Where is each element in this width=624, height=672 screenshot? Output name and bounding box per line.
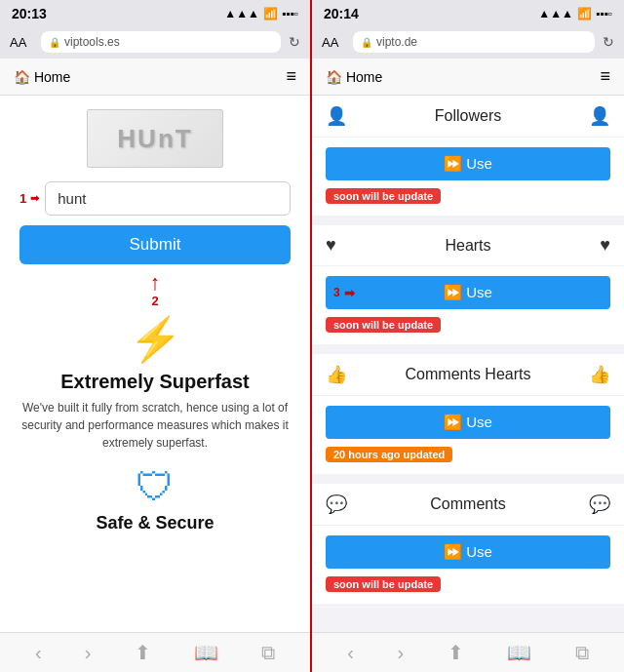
comments-hearts-icon-left: 👍 [326,364,347,385]
refresh-icon[interactable]: ↻ [289,34,300,50]
right-url-text: vipto.de [376,35,417,49]
up-arrow-icon: ↑ [150,272,161,294]
right-wifi-icon: 📶 [577,7,592,20]
right-signal-icon: ▲▲▲ [538,7,573,20]
left-content: HUnT 1 ➡ Submit ↑ 2 ⚡ Extremely Superfas… [0,96,310,632]
lightning-icon: ⚡ [129,314,182,365]
hunt-logo: HUnT [87,109,223,168]
comments-hearts-card: 👍 Comments Hearts 👍 ⏩ Use 20 hours ago u… [312,354,624,474]
comments-hearts-use-label: ⏩ Use [444,414,492,431]
up-arrow-row: ↑ 2 [150,272,161,308]
right-tabs-button[interactable]: ⧉ [575,642,589,664]
wifi-icon: 📶 [263,7,278,20]
right-share-button[interactable]: ⬆ [448,641,464,664]
comments-hearts-icon-right: 👍 [589,364,610,385]
superfast-desc: We've built it fully from scratch, hence… [20,399,291,452]
right-status-bar: 20:14 ▲▲▲ 📶 ▪▪▪▫ [312,0,624,27]
hearts-icon-left: ♥ [326,235,336,256]
followers-use-label: ⏩ Use [444,155,492,173]
secure-title: Safe & Secure [96,513,214,534]
right-hamburger[interactable]: ≡ [600,66,610,87]
right-content: 👤 Followers 👤 ⏩ Use soon will be update … [312,96,624,632]
followers-card: 👤 Followers 👤 ⏩ Use soon will be update [312,96,624,216]
right-back-button[interactable]: ‹ [347,642,354,664]
hearts-body: 3 ➡ ⏩ Use soon will be update [312,266,624,344]
left-time: 20:13 [12,6,47,21]
right-browser-bottom: ‹ › ⬆ 📖 ⧉ [312,632,624,672]
right-nav-bar: 🏠 Home ≡ [312,59,624,96]
arrow-indicator-1: 1 ➡ [20,191,39,206]
comments-icon-left: 💬 [326,494,347,515]
right-forward-button[interactable]: › [397,642,404,664]
right-refresh-icon[interactable]: ↻ [603,34,614,50]
comments-card: 💬 Comments 💬 ⏩ Use soon will be update [312,484,624,604]
left-aa-label[interactable]: AA [10,35,33,50]
shield-icon: 🛡 [136,465,175,509]
followers-title: Followers [435,107,501,125]
input-row: 1 ➡ [20,181,291,216]
followers-status-badge: soon will be update [326,188,441,204]
indicator-2-num: 2 [151,294,158,308]
right-home-link[interactable]: 🏠 Home [326,69,382,85]
bookmark-button[interactable]: 📖 [194,641,218,664]
comments-hearts-body: ⏩ Use 20 hours ago updated [312,396,624,474]
hearts-title: Hearts [445,237,490,255]
followers-use-button[interactable]: ⏩ Use [326,147,610,180]
comments-use-label: ⏩ Use [444,543,492,561]
hearts-icon-right: ♥ [600,235,610,256]
left-url-bar: AA 🔒 viptools.es ↻ [0,27,310,59]
arrow-indicator-3: 3 ➡ [333,286,355,300]
left-url-text: viptools.es [64,35,120,49]
hunt-logo-text: HUnT [117,124,192,154]
comments-hearts-header: 👍 Comments Hearts 👍 [312,354,624,396]
right-lock-icon: 🔒 [361,37,372,48]
indicator-1-num: 1 [20,191,26,206]
arrow-3-icon: ➡ [344,286,355,300]
share-button[interactable]: ⬆ [135,641,151,664]
right-bookmark-button[interactable]: 📖 [507,641,531,664]
tabs-button[interactable]: ⧉ [261,642,275,664]
comments-use-button[interactable]: ⏩ Use [326,535,610,569]
left-url-field[interactable]: 🔒 viptools.es [41,31,281,53]
comments-title: Comments [430,495,505,513]
left-home-link[interactable]: 🏠 Home [14,69,70,85]
hearts-use-button[interactable]: 3 ➡ ⏩ Use [326,276,610,309]
hunt-input[interactable] [45,181,291,216]
right-battery-icon: ▪▪▪▫ [596,7,612,20]
comments-header: 💬 Comments 💬 [312,484,624,526]
comments-hearts-status-badge: 20 hours ago updated [326,447,452,462]
right-aa-label[interactable]: AA [322,35,345,50]
left-panel: 20:13 ▲▲▲ 📶 ▪▪▪▫ AA 🔒 viptools.es ↻ 🏠 Ho… [0,0,312,672]
battery-icon: ▪▪▪▫ [282,7,298,20]
comments-hearts-title: Comments Hearts [406,366,531,383]
right-url-bar: AA 🔒 vipto.de ↻ [312,27,624,59]
right-arrow-icon: ➡ [30,192,39,205]
left-browser-bottom: ‹ › ⬆ 📖 ⧉ [0,632,310,672]
left-status-icons: ▲▲▲ 📶 ▪▪▪▫ [224,7,298,20]
lock-icon: 🔒 [49,37,60,48]
hearts-header: ♥ Hearts ♥ [312,225,624,266]
hearts-card: ♥ Hearts ♥ 3 ➡ ⏩ Use soon will be update [312,225,624,344]
comments-icon-right: 💬 [589,494,610,515]
left-hamburger[interactable]: ≡ [286,66,296,87]
back-button[interactable]: ‹ [35,642,42,664]
superfast-title: Extremely Superfast [60,371,249,393]
right-panel: 20:14 ▲▲▲ 📶 ▪▪▪▫ AA 🔒 vipto.de ↻ 🏠 Home … [312,0,624,672]
followers-body: ⏩ Use soon will be update [312,138,624,216]
hearts-status-badge: soon will be update [326,317,441,333]
left-status-bar: 20:13 ▲▲▲ 📶 ▪▪▪▫ [0,0,310,27]
right-url-field[interactable]: 🔒 vipto.de [353,31,595,53]
followers-icon-right: 👤 [589,105,610,127]
submit-button[interactable]: Submit [20,225,291,264]
comments-status-badge: soon will be update [326,576,441,592]
right-time: 20:14 [324,6,359,21]
comments-body: ⏩ Use soon will be update [312,526,624,604]
left-nav-bar: 🏠 Home ≡ [0,59,310,96]
hearts-use-label: ⏩ Use [444,284,492,301]
indicator-3-num: 3 [333,286,340,299]
followers-icon-left: 👤 [326,105,347,127]
right-status-icons: ▲▲▲ 📶 ▪▪▪▫ [538,7,612,20]
comments-hearts-use-button[interactable]: ⏩ Use [326,406,610,439]
signal-icon: ▲▲▲ [224,7,259,20]
forward-button[interactable]: › [85,642,92,664]
